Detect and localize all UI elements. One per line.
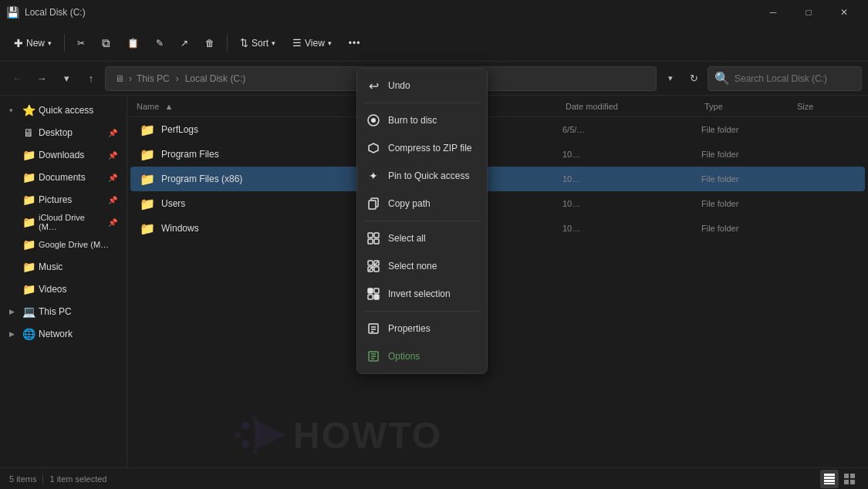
svg-point-1: [371, 118, 376, 123]
menu-item-properties[interactable]: Properties: [357, 315, 487, 342]
menu-item-select-none[interactable]: Select none: [357, 252, 487, 280]
file-row[interactable]: 📁 Windows 10… File folder: [130, 216, 865, 241]
sidebar-item-label: Desktop: [39, 127, 105, 138]
close-button[interactable]: ✕: [826, 0, 862, 25]
cut-button[interactable]: ✂: [69, 29, 93, 57]
toolbar-divider-1: [64, 34, 65, 52]
rename-icon: ✎: [156, 38, 164, 49]
pictures-icon: 📁: [22, 194, 35, 206]
file-row[interactable]: 📁 Users 10… File folder: [130, 191, 865, 216]
sidebar-item-videos[interactable]: 📁 Videos: [3, 278, 123, 300]
sidebar-item-music[interactable]: 📁 Music: [3, 256, 123, 278]
breadcrumb-separator-1: ›: [129, 73, 132, 84]
maximize-button[interactable]: □: [791, 0, 826, 25]
search-input[interactable]: [735, 73, 855, 84]
address-dropdown-button[interactable]: ▾: [660, 68, 681, 89]
new-button[interactable]: ✚ New ▾: [6, 29, 59, 57]
sidebar-item-quick-access[interactable]: ▾ ⭐ Quick access: [3, 99, 123, 121]
recent-button[interactable]: ▾: [56, 68, 77, 89]
svg-rect-15: [374, 288, 379, 293]
file-list-header: Name ▲ Date modified Type Size: [127, 96, 868, 117]
file-type: File folder: [701, 199, 794, 208]
icloud-icon: 📁: [22, 216, 35, 228]
sidebar: ▾ ⭐ Quick access 🖥 Desktop 📌 📁 Downloads…: [0, 96, 127, 467]
tiles-view-button[interactable]: [840, 470, 859, 488]
folder-icon: 📁: [140, 221, 155, 236]
view-button[interactable]: ☰ View ▾: [285, 29, 339, 57]
sidebar-item-pictures[interactable]: 📁 Pictures 📌: [3, 189, 123, 211]
refresh-button[interactable]: ↻: [683, 68, 704, 89]
menu-item-copy-path[interactable]: Copy path: [357, 190, 487, 218]
svg-rect-36: [844, 474, 849, 478]
share-button[interactable]: ↗: [173, 29, 196, 57]
invert-selection-icon: [366, 287, 380, 301]
col-type-header[interactable]: Type: [704, 102, 797, 111]
minimize-button[interactable]: ─: [755, 0, 791, 25]
file-date: 10…: [562, 174, 701, 184]
network-expand-icon: ▶: [9, 330, 19, 338]
svg-rect-39: [850, 480, 855, 484]
folder-icon: 📁: [140, 197, 155, 211]
svg-rect-6: [374, 233, 379, 238]
menu-item-options[interactable]: Options: [357, 342, 487, 370]
up-button[interactable]: ↑: [80, 68, 102, 89]
col-size-header[interactable]: Size: [797, 102, 859, 111]
status-divider: [42, 474, 43, 484]
sidebar-item-icloud[interactable]: 📁 iCloud Drive (M… 📌: [3, 211, 123, 233]
svg-rect-17: [374, 295, 379, 299]
sidebar-item-network[interactable]: ▶ 🌐 Network: [3, 323, 123, 345]
menu-item-label: Burn to disc: [388, 115, 437, 126]
col-date-header[interactable]: Date modified: [566, 102, 704, 111]
sidebar-item-desktop[interactable]: 🖥 Desktop 📌: [3, 122, 123, 143]
menu-item-select-all[interactable]: Select all: [357, 224, 487, 252]
delete-icon: 🗑: [205, 38, 214, 49]
menu-item-burn[interactable]: Burn to disc: [357, 106, 487, 134]
quick-access-icon: ⭐: [22, 104, 35, 116]
file-type: File folder: [701, 125, 794, 134]
sidebar-item-downloads[interactable]: 📁 Downloads 📌: [3, 144, 123, 166]
sidebar-item-this-pc[interactable]: ▶ 💻 This PC: [3, 301, 123, 322]
pin-icon: 📌: [108, 129, 117, 137]
sidebar-item-label: Quick access: [39, 105, 117, 116]
file-row[interactable]: 📁 Program Files 10… File folder: [130, 142, 865, 167]
cut-icon: ✂: [77, 38, 85, 49]
file-date: 10…: [562, 224, 701, 233]
sort-button[interactable]: ⇅ Sort ▾: [232, 29, 283, 57]
sort-icon: ⇅: [240, 37, 248, 49]
folder-icon: 📁: [140, 123, 155, 137]
address-actions: ▾ ↻: [660, 68, 704, 89]
copy-button[interactable]: ⧉: [94, 29, 118, 57]
col-name-header[interactable]: Name ▲: [137, 102, 566, 111]
view-dropdown-icon: ▾: [328, 39, 332, 47]
menu-item-pin[interactable]: ✦ Pin to Quick access: [357, 162, 487, 190]
details-view-button[interactable]: [820, 470, 839, 488]
more-button[interactable]: •••: [341, 29, 369, 57]
file-row[interactable]: 📁 PerfLogs 6/5/… File folder: [130, 117, 865, 142]
rename-button[interactable]: ✎: [148, 29, 171, 57]
sidebar-item-label: Network: [39, 329, 117, 339]
menu-item-undo[interactable]: ↩ Undo: [357, 72, 487, 99]
delete-button[interactable]: 🗑: [198, 29, 222, 57]
paste-button[interactable]: 📋: [120, 29, 147, 57]
forward-button[interactable]: →: [31, 68, 52, 89]
breadcrumb-icon: 🖥: [115, 73, 124, 84]
view-icon: ☰: [292, 37, 302, 49]
menu-item-invert[interactable]: Invert selection: [357, 280, 487, 308]
undo-icon: ↩: [366, 79, 380, 93]
menu-item-label: Pin to Quick access: [388, 170, 469, 181]
sidebar-item-documents[interactable]: 📁 Documents 📌: [3, 167, 123, 188]
network-icon: 🌐: [22, 328, 35, 340]
svg-rect-12: [374, 267, 379, 271]
sidebar-item-google-drive[interactable]: 📁 Google Drive (M…: [3, 234, 123, 255]
sidebar-item-label: Google Drive (M…: [39, 240, 117, 249]
menu-item-label: Compress to ZIP file: [388, 143, 471, 153]
search-box[interactable]: 🔍: [708, 66, 862, 91]
file-list: Name ▲ Date modified Type Size 📁 PerfLog…: [127, 96, 868, 467]
menu-item-compress[interactable]: Compress to ZIP file: [357, 134, 487, 162]
compress-icon: [366, 141, 380, 155]
google-drive-icon: 📁: [22, 238, 35, 251]
file-row[interactable]: 📁 Program Files (x86) 10… File folder: [130, 167, 865, 191]
menu-item-label: Properties: [388, 323, 431, 334]
back-button[interactable]: ←: [6, 68, 28, 89]
pin-icon: 📌: [108, 174, 117, 182]
